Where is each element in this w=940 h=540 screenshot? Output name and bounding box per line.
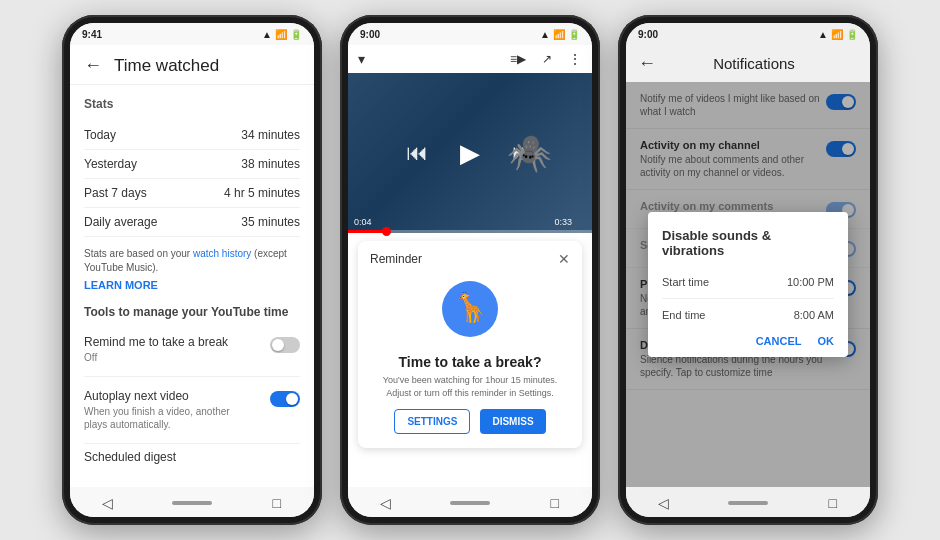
dismiss-button[interactable]: DISMISS [480, 409, 545, 434]
nav-bar-2: ◁ □ [348, 487, 592, 517]
reminder-description: You've been watching for 1hour 15 minute… [370, 374, 570, 399]
battery-icon: 🔋 [290, 29, 302, 40]
watch-history-link[interactable]: watch history [193, 248, 251, 259]
modal-end-row: End time 8:00 AM [662, 303, 834, 327]
share-icon[interactable]: ↗ [542, 52, 552, 66]
chevron-down-icon[interactable]: ▾ [358, 51, 365, 67]
stat-label-yesterday: Yesterday [84, 157, 137, 171]
modal-cancel-button[interactable]: CANCEL [756, 335, 802, 347]
svg-text:🦒: 🦒 [453, 291, 488, 324]
spider-thumbnail: 🕷️ [507, 132, 552, 174]
status-time-1: 9:41 [82, 29, 102, 40]
back-nav-1[interactable]: ◁ [97, 493, 117, 513]
close-reminder-button[interactable]: ✕ [558, 251, 570, 267]
topbar-1: ← Time watched [70, 45, 314, 85]
stat-rows: Today 34 minutes Yesterday 38 minutes Pa… [84, 121, 300, 237]
modal-start-label: Start time [662, 276, 709, 288]
video-progress-bar[interactable] [348, 230, 592, 233]
modal-end-label: End time [662, 309, 705, 321]
stats-header: Stats [84, 97, 300, 111]
stat-value-average: 35 minutes [241, 215, 300, 229]
video-time-total: 0:33 [554, 217, 572, 227]
stat-label-7days: Past 7 days [84, 186, 147, 200]
phone3: 9:00 ▲ 📶 🔋 ← Notifications Notify me of … [618, 15, 878, 525]
back-nav-2[interactable]: ◁ [375, 493, 395, 513]
remind-row: Remind me to take a break Off [84, 329, 300, 370]
skip-back-icon[interactable]: ⏮ [406, 140, 428, 166]
signal-icon: 📶 [275, 29, 287, 40]
signal-icon-3: 📶 [831, 29, 843, 40]
nav-bar-1: ◁ □ [70, 487, 314, 517]
recents-nav-2[interactable]: □ [545, 493, 565, 513]
modal-actions: CANCEL OK [662, 335, 834, 347]
scroll-content-1: Stats Today 34 minutes Yesterday 38 minu… [70, 85, 314, 487]
status-bar-2: 9:00 ▲ 📶 🔋 [348, 23, 592, 45]
reminder-header: Reminder ✕ [370, 251, 570, 267]
reminder-title: Reminder [370, 252, 422, 266]
status-time-3: 9:00 [638, 29, 658, 40]
modal-ok-button[interactable]: OK [818, 335, 835, 347]
tools-header: Tools to manage your YouTube time [84, 305, 300, 319]
page-title-1: Time watched [114, 56, 219, 76]
phone2: 9:00 ▲ 📶 🔋 ▾ ≡▶ ↗ ⋮ ⏮ ▶ ⏭ [340, 15, 600, 525]
status-icons-2: ▲ 📶 🔋 [540, 29, 580, 40]
stat-label-average: Daily average [84, 215, 157, 229]
notifications-title: Notifications [668, 55, 840, 72]
reminder-actions: SETTINGS DISMISS [394, 409, 545, 434]
stat-label-today: Today [84, 128, 116, 142]
stat-value-7days: 4 hr 5 minutes [224, 186, 300, 200]
learn-more-link[interactable]: LEARN MORE [84, 279, 300, 291]
disable-sounds-modal: Disable sounds & vibrations Start time 1… [648, 212, 848, 357]
stat-value-today: 34 minutes [241, 128, 300, 142]
autoplay-toggle[interactable] [270, 391, 300, 407]
video-time-current: 0:04 [354, 217, 372, 227]
status-bar-1: 9:41 ▲ 📶 🔋 [70, 23, 314, 45]
back-button-1[interactable]: ← [84, 55, 102, 76]
stat-row-yesterday: Yesterday 38 minutes [84, 150, 300, 179]
topbar-3: ← Notifications [626, 45, 870, 82]
home-nav-1[interactable] [172, 501, 212, 505]
modal-start-value[interactable]: 10:00 PM [787, 276, 834, 288]
remind-value: Off [84, 351, 228, 364]
reminder-card: Reminder ✕ 🦒 Time to take a break? Yo [358, 241, 582, 448]
signal-icon-2: 📶 [553, 29, 565, 40]
reminder-body: 🦒 Time to take a break? You've been watc… [370, 275, 570, 438]
status-icons-1: ▲ 📶 🔋 [262, 29, 302, 40]
notifications-content: Notify me of videos I might like based o… [626, 82, 870, 487]
settings-button[interactable]: SETTINGS [394, 409, 470, 434]
home-nav-2[interactable] [450, 501, 490, 505]
more-icon[interactable]: ⋮ [568, 51, 582, 67]
wifi-icon-3: ▲ [818, 29, 828, 40]
back-nav-3[interactable]: ◁ [653, 493, 673, 513]
wifi-icon-2: ▲ [540, 29, 550, 40]
status-bar-3: 9:00 ▲ 📶 🔋 [626, 23, 870, 45]
playlist-icon[interactable]: ≡▶ [510, 52, 526, 66]
scheduled-label: Scheduled digest [84, 450, 300, 464]
stat-row-average: Daily average 35 minutes [84, 208, 300, 237]
phone1: 9:41 ▲ 📶 🔋 ← Time watched Stats Today 34 [62, 15, 322, 525]
stats-note: Stats are based on your watch history (e… [84, 247, 300, 275]
autoplay-row: Autoplay next video When you finish a vi… [84, 383, 300, 437]
home-nav-3[interactable] [728, 501, 768, 505]
remind-toggle[interactable] [270, 337, 300, 353]
remind-label: Remind me to take a break [84, 335, 228, 349]
autoplay-desc: When you finish a video, another plays a… [84, 405, 244, 431]
video-player[interactable]: ⏮ ▶ ⏭ 🕷️ 0:04 0:33 [348, 73, 592, 233]
reminder-heading: Time to take a break? [399, 354, 542, 370]
video-topbar: ▾ ≡▶ ↗ ⋮ [348, 45, 592, 73]
status-icons-3: ▲ 📶 🔋 [818, 29, 858, 40]
battery-icon-2: 🔋 [568, 29, 580, 40]
modal-start-row: Start time 10:00 PM [662, 270, 834, 294]
video-progress-fill [348, 230, 385, 233]
play-button[interactable]: ▶ [452, 135, 488, 171]
stat-row-7days: Past 7 days 4 hr 5 minutes [84, 179, 300, 208]
recents-nav-1[interactable]: □ [267, 493, 287, 513]
modal-title: Disable sounds & vibrations [662, 228, 834, 258]
battery-icon-3: 🔋 [846, 29, 858, 40]
recents-nav-3[interactable]: □ [823, 493, 843, 513]
reminder-illustration: 🦒 [440, 279, 500, 348]
back-button-3[interactable]: ← [638, 53, 656, 74]
modal-end-value[interactable]: 8:00 AM [794, 309, 834, 321]
wifi-icon: ▲ [262, 29, 272, 40]
status-time-2: 9:00 [360, 29, 380, 40]
